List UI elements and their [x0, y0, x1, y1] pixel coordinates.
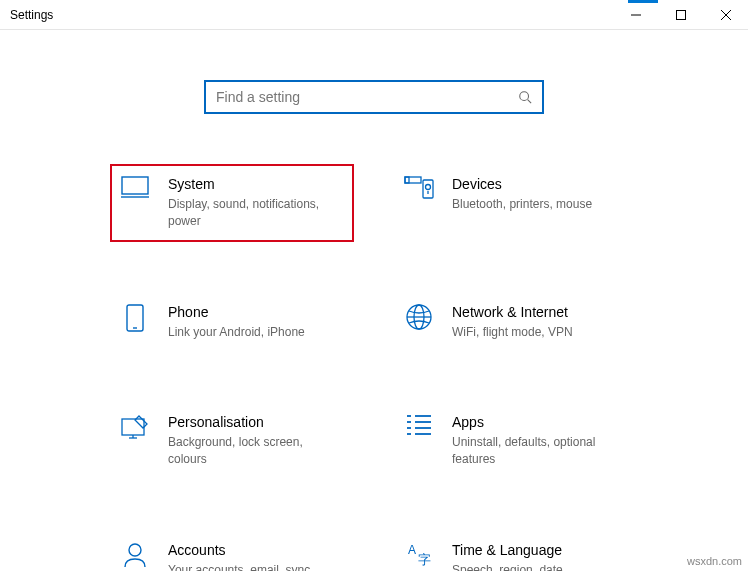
- svg-rect-6: [122, 177, 148, 194]
- window-controls: [613, 0, 748, 30]
- tile-apps[interactable]: Apps Uninstall, defaults, optional featu…: [394, 402, 638, 480]
- watermark: wsxdn.com: [687, 555, 742, 567]
- titlebar: Settings: [0, 0, 748, 30]
- tile-accounts[interactable]: Accounts Your accounts, email, sync, wor…: [110, 530, 354, 571]
- tile-time-language[interactable]: A字 Time & Language Speech, region, date: [394, 530, 638, 571]
- tile-devices[interactable]: Devices Bluetooth, printers, mouse: [394, 164, 638, 242]
- phone-icon: [120, 304, 150, 334]
- tile-network[interactable]: Network & Internet WiFi, flight mode, VP…: [394, 292, 638, 353]
- tile-desc: Bluetooth, printers, mouse: [452, 196, 628, 213]
- tile-title: Accounts: [168, 542, 344, 558]
- maximize-button[interactable]: [658, 0, 703, 30]
- apps-icon: [404, 414, 434, 444]
- tile-system[interactable]: System Display, sound, notifications, po…: [110, 164, 354, 242]
- tile-title: System: [168, 176, 344, 192]
- tile-desc: Display, sound, notifications, power: [168, 196, 344, 230]
- personalisation-icon: [120, 414, 150, 444]
- tile-title: Apps: [452, 414, 628, 430]
- tile-title: Phone: [168, 304, 344, 320]
- tile-title: Personalisation: [168, 414, 344, 430]
- svg-text:字: 字: [418, 552, 431, 567]
- svg-point-4: [520, 92, 529, 101]
- tile-personalisation[interactable]: Personalisation Background, lock screen,…: [110, 402, 354, 480]
- devices-icon: [404, 176, 434, 206]
- system-icon: [120, 176, 150, 206]
- close-button[interactable]: [703, 0, 748, 30]
- search-icon: [518, 90, 532, 104]
- accounts-icon: [120, 542, 150, 571]
- search-box[interactable]: [204, 80, 544, 114]
- time-language-icon: A字: [404, 542, 434, 571]
- accent-strip: [628, 0, 658, 3]
- minimize-button[interactable]: [613, 0, 658, 30]
- window-title: Settings: [10, 8, 53, 22]
- tile-desc: WiFi, flight mode, VPN: [452, 324, 628, 341]
- svg-point-11: [426, 185, 431, 190]
- minimize-icon: [631, 10, 641, 20]
- tile-desc: Speech, region, date: [452, 562, 628, 571]
- svg-rect-8: [405, 177, 421, 183]
- search-input[interactable]: [216, 89, 518, 105]
- tile-desc: Link your Android, iPhone: [168, 324, 344, 341]
- tile-title: Time & Language: [452, 542, 628, 558]
- svg-rect-13: [127, 305, 143, 331]
- close-icon: [721, 10, 731, 20]
- tile-phone[interactable]: Phone Link your Android, iPhone: [110, 292, 354, 353]
- svg-rect-18: [122, 419, 144, 435]
- svg-point-29: [129, 544, 141, 556]
- tile-desc: Uninstall, defaults, optional features: [452, 434, 628, 468]
- tile-desc: Your accounts, email, sync, work, family: [168, 562, 344, 571]
- tile-title: Network & Internet: [452, 304, 628, 320]
- tile-title: Devices: [452, 176, 628, 192]
- network-icon: [404, 304, 434, 334]
- svg-text:A: A: [408, 543, 416, 557]
- svg-rect-1: [676, 10, 685, 19]
- svg-rect-9: [405, 177, 409, 183]
- maximize-icon: [676, 10, 686, 20]
- tile-desc: Background, lock screen, colours: [168, 434, 344, 468]
- svg-line-5: [528, 100, 532, 104]
